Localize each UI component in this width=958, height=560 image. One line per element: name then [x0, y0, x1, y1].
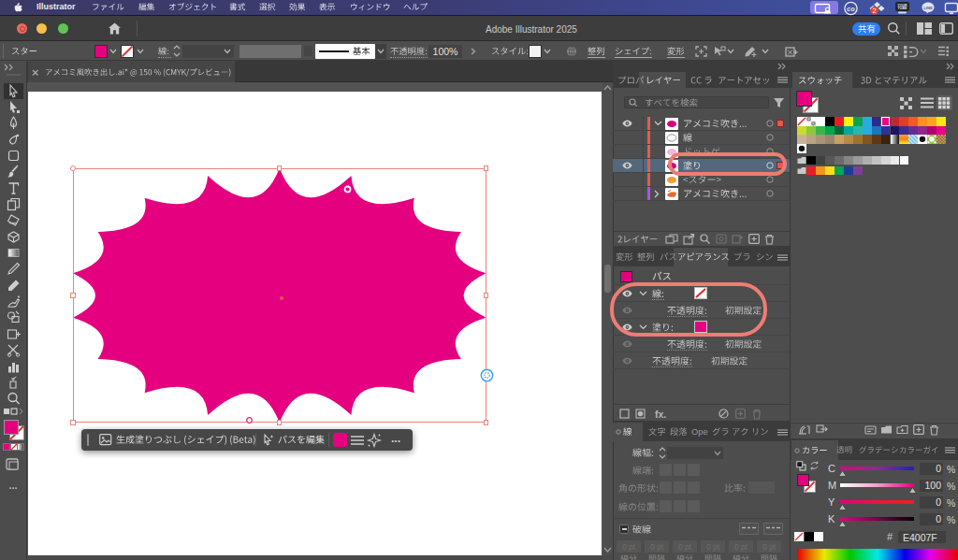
svg-text:TUBE: TUBE — [898, 7, 907, 10]
svg-text:2: 2 — [872, 7, 876, 15]
svg-text:LINE: LINE — [923, 6, 933, 10]
svg-text:co: co — [847, 4, 855, 12]
